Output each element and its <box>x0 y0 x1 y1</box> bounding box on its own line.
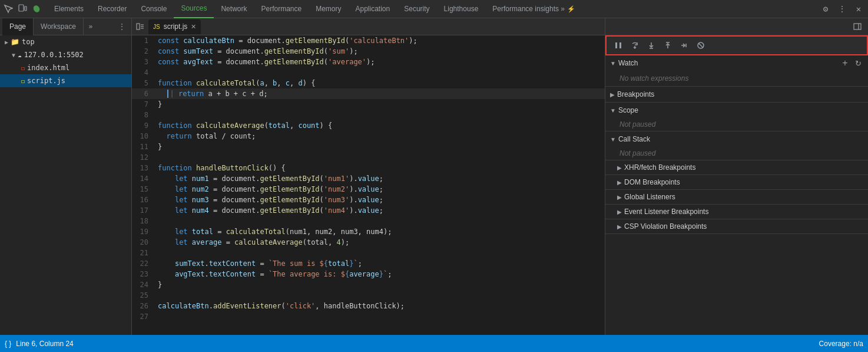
code-line-9: 9 function calculateAverage(total, count… <box>132 120 605 131</box>
tree-item-server[interactable]: ▼ ☁ 127.0.0.1:5502 <box>0 48 131 61</box>
scope-arrow-icon: ▼ <box>610 107 616 114</box>
csp-violation-arrow-icon: ▶ <box>617 223 622 230</box>
tab-network[interactable]: Network <box>214 0 254 18</box>
tab-security[interactable]: Security <box>397 0 436 18</box>
xhr-breakpoints-section: ▶ XHR/fetch Breakpoints <box>605 160 868 175</box>
tab-console[interactable]: Console <box>134 0 174 18</box>
deactivate-breakpoints-button[interactable] <box>694 38 708 52</box>
step-into-button[interactable] <box>644 38 658 52</box>
call-stack-arrow-icon: ▼ <box>610 136 616 143</box>
svg-rect-1 <box>25 6 26 11</box>
dom-breakpoints-section: ▶ DOM Breakpoints <box>605 175 868 190</box>
watch-section-header[interactable]: ▼ Watch + ↻ <box>605 55 868 71</box>
status-braces-icon[interactable]: { } <box>5 340 11 348</box>
breakpoints-section-header[interactable]: ▶ Breakpoints <box>605 87 868 102</box>
devtools-icons <box>2 3 42 15</box>
dom-breakpoints-header[interactable]: ▶ DOM Breakpoints <box>605 175 868 189</box>
global-listeners-arrow-icon: ▶ <box>617 194 622 200</box>
sidebar-tab-workspace[interactable]: Workspace <box>34 18 84 35</box>
csp-violation-breakpoints-header[interactable]: ▶ CSP Violation Breakpoints <box>605 219 868 233</box>
code-editor[interactable]: 1 const calculateBtn = document.getEleme… <box>132 35 605 335</box>
code-line-22: 22 sumText.textContent = `The sum is ${t… <box>132 258 605 269</box>
tab-application[interactable]: Application <box>349 0 397 18</box>
xhr-breakpoints-header[interactable]: ▶ XHR/fetch Breakpoints <box>605 160 868 175</box>
tree-item-top[interactable]: ▶ 📁 top <box>0 35 131 48</box>
svg-line-18 <box>698 43 703 48</box>
performance-insights-icon: ⚡ <box>567 5 575 13</box>
right-panel-toggle-icon[interactable] <box>852 21 863 32</box>
tab-recorder[interactable]: Recorder <box>91 0 134 18</box>
tree-item-script-js[interactable]: ◻ script.js <box>0 74 131 87</box>
js-file-small-icon: ◻ <box>21 78 25 84</box>
step-out-button[interactable] <box>661 38 675 52</box>
tab-performance[interactable]: Performance <box>254 0 309 18</box>
debug-toolbar <box>605 35 868 55</box>
inspect-icon[interactable] <box>2 3 14 15</box>
editor-tab-strip: JS script.js ✕ <box>132 18 605 35</box>
code-line-10: 10 return total / count; <box>132 131 605 142</box>
sidebar-options-icon[interactable]: ⋮ <box>115 22 129 31</box>
settings-icon[interactable]: ⚙ <box>819 2 833 16</box>
event-listener-breakpoints-header[interactable]: ▶ Event Listener Breakpoints <box>605 205 868 219</box>
watch-refresh-button[interactable]: ↻ <box>853 58 863 68</box>
code-table: 1 const calculateBtn = document.getEleme… <box>132 35 605 322</box>
device-icon[interactable] <box>16 3 28 15</box>
code-line-25: 25 <box>132 290 605 301</box>
status-bar: { } Line 6, Column 24 Coverage: n/a <box>0 335 868 352</box>
scope-section-header[interactable]: ▼ Scope <box>605 103 868 118</box>
tab-memory[interactable]: Memory <box>309 0 348 18</box>
status-position: Line 6, Column 24 <box>16 340 73 348</box>
svg-rect-10 <box>619 42 621 48</box>
svg-rect-3 <box>137 24 140 29</box>
global-listeners-section: ▶ Global Listeners <box>605 190 868 205</box>
call-stack-section-header[interactable]: ▼ Call Stack <box>605 131 868 147</box>
editor-tab-script-js[interactable]: JS script.js ✕ <box>148 19 201 34</box>
breakpoints-arrow-icon: ▶ <box>610 91 615 98</box>
code-line-18: 18 <box>132 216 605 226</box>
code-line-26: 26 calculateBtn.addEventListener('click'… <box>132 301 605 311</box>
scope-section: ▼ Scope Not paused <box>605 103 868 131</box>
code-line-20: 20 let average = calculateAverage(total,… <box>132 237 605 248</box>
svg-rect-0 <box>19 5 24 11</box>
step-over-button[interactable] <box>628 38 642 52</box>
sidebar-tab-more[interactable]: » <box>84 22 98 31</box>
code-line-14: 14 let num1 = document.getElementById('n… <box>132 173 605 184</box>
code-line-7: 7 } <box>132 99 605 110</box>
svg-rect-7 <box>854 24 861 29</box>
folder-icon: 📁 <box>11 38 19 46</box>
nav-right-controls: ⚙ ⋮ ✕ <box>819 2 866 16</box>
call-stack-status-text: Not paused <box>605 147 868 160</box>
tab-sources[interactable]: Sources <box>174 0 214 18</box>
folder-expand-icon: ▼ <box>12 52 15 58</box>
code-line-24: 24 } <box>132 279 605 290</box>
sidebar-tab-strip: Page Workspace » ⋮ <box>0 18 132 35</box>
svg-rect-9 <box>615 42 617 48</box>
scope-status-text: Not paused <box>605 118 868 131</box>
code-line-19: 19 let total = calculateTotal(num1, num2… <box>132 226 605 237</box>
more-icon[interactable]: ⋮ <box>835 2 849 16</box>
event-listener-arrow-icon: ▶ <box>617 209 622 215</box>
tab-close-icon[interactable]: ✕ <box>191 24 196 30</box>
code-line-1: 1 const calculateBtn = document.getEleme… <box>132 35 605 46</box>
tab-performance-insights[interactable]: Performance insights » ⚡ <box>485 0 582 18</box>
xhr-arrow-icon: ▶ <box>617 165 622 171</box>
close-icon[interactable]: ✕ <box>852 2 866 16</box>
global-listeners-header[interactable]: ▶ Global Listeners <box>605 190 868 204</box>
watch-empty-text: No watch expressions <box>605 71 868 86</box>
cloud-icon: ☁ <box>18 51 22 59</box>
code-line-23: 23 avgText.textContent = `The average is… <box>132 269 605 279</box>
main-layout: ▶ 📁 top ▼ ☁ 127.0.0.1:5502 ◻ index.html … <box>0 35 868 335</box>
tab-elements[interactable]: Elements <box>47 0 91 18</box>
status-coverage: Coverage: n/a <box>819 340 863 348</box>
tab-lighthouse[interactable]: Lighthouse <box>437 0 486 18</box>
watch-add-button[interactable]: + <box>840 58 850 68</box>
sidebar-tab-page[interactable]: Page <box>2 18 34 35</box>
leaf-icon[interactable] <box>31 3 42 15</box>
step-button[interactable] <box>677 38 691 52</box>
code-line-12: 12 <box>132 152 605 163</box>
pause-resume-button[interactable] <box>611 38 625 52</box>
tree-item-index-html[interactable]: ◻ index.html <box>0 61 131 74</box>
watch-section: ▼ Watch + ↻ No watch expressions <box>605 55 868 87</box>
code-line-16: 16 let num3 = document.getElementById('n… <box>132 195 605 205</box>
sidebar-toggle-icon[interactable] <box>134 21 146 32</box>
